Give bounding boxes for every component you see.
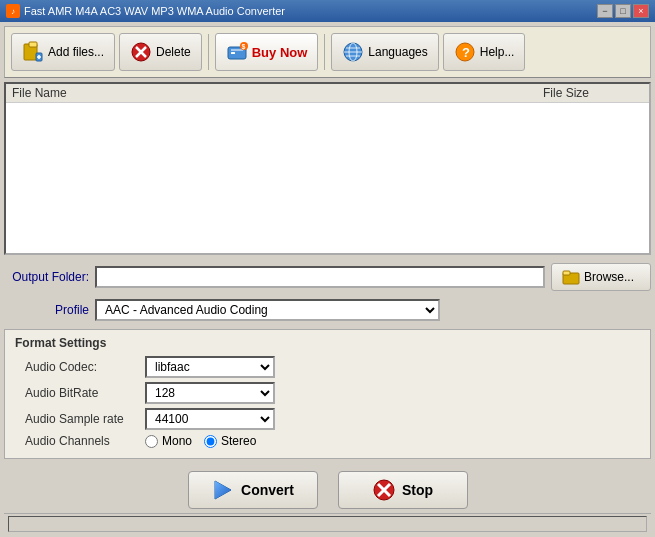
audio-codec-select[interactable]: libfaac aac mp3lame bbox=[145, 356, 275, 378]
format-settings-title: Format Settings bbox=[15, 336, 640, 350]
separator-2 bbox=[324, 34, 325, 70]
browse-button[interactable]: Browse... bbox=[551, 263, 651, 291]
status-panel bbox=[8, 516, 647, 532]
svg-rect-21 bbox=[563, 271, 570, 275]
stereo-option[interactable]: Stereo bbox=[204, 434, 256, 448]
audio-samplerate-row: Audio Sample rate 22050 44100 48000 bbox=[15, 408, 640, 430]
profile-select[interactable]: AAC - Advanced Audio Coding MP3 - MPEG A… bbox=[95, 299, 440, 321]
audio-codec-row: Audio Codec: libfaac aac mp3lame bbox=[15, 356, 640, 378]
buy-now-label: Buy Now bbox=[252, 45, 308, 60]
add-files-icon bbox=[22, 41, 44, 63]
delete-label: Delete bbox=[156, 45, 191, 59]
stop-button[interactable]: Stop bbox=[338, 471, 468, 509]
file-list-body[interactable] bbox=[6, 103, 649, 250]
audio-samplerate-select[interactable]: 22050 44100 48000 bbox=[145, 408, 275, 430]
add-files-button[interactable]: Add files... bbox=[11, 33, 115, 71]
browse-folder-icon bbox=[562, 268, 580, 286]
mono-radio[interactable] bbox=[145, 435, 158, 448]
profile-label: Profile bbox=[4, 303, 89, 317]
mono-label: Mono bbox=[162, 434, 192, 448]
help-icon: ? bbox=[454, 41, 476, 63]
browse-label: Browse... bbox=[584, 270, 634, 284]
audio-bitrate-row: Audio BitRate 64 96 128 192 256 320 bbox=[15, 382, 640, 404]
profile-row: Profile AAC - Advanced Audio Coding MP3 … bbox=[4, 299, 651, 321]
audio-bitrate-select[interactable]: 64 96 128 192 256 320 bbox=[145, 382, 275, 404]
audio-bitrate-label: Audio BitRate bbox=[15, 386, 145, 400]
stereo-label: Stereo bbox=[221, 434, 256, 448]
window-controls[interactable]: − □ × bbox=[597, 4, 649, 18]
svg-text:$: $ bbox=[241, 43, 245, 51]
languages-button[interactable]: Languages bbox=[331, 33, 438, 71]
output-folder-row: Output Folder: Browse... bbox=[4, 263, 651, 291]
format-settings-box: Format Settings Audio Codec: libfaac aac… bbox=[4, 329, 651, 459]
stereo-radio[interactable] bbox=[204, 435, 217, 448]
languages-label: Languages bbox=[368, 45, 427, 59]
maximize-button[interactable]: □ bbox=[615, 4, 631, 18]
stop-label: Stop bbox=[402, 482, 433, 498]
audio-channels-group: Mono Stereo bbox=[145, 434, 256, 448]
window-title: Fast AMR M4A AC3 WAV MP3 WMA Audio Conve… bbox=[24, 5, 285, 17]
output-folder-label: Output Folder: bbox=[4, 270, 89, 284]
languages-icon bbox=[342, 41, 364, 63]
mono-option[interactable]: Mono bbox=[145, 434, 192, 448]
action-buttons-row: Convert Stop bbox=[4, 471, 651, 509]
delete-button[interactable]: Delete bbox=[119, 33, 202, 71]
svg-marker-23 bbox=[215, 481, 231, 499]
add-files-label: Add files... bbox=[48, 45, 104, 59]
output-folder-input[interactable] bbox=[95, 266, 545, 288]
svg-rect-10 bbox=[231, 52, 235, 54]
audio-channels-row: Audio Channels Mono Stereo bbox=[15, 434, 640, 448]
svg-text:?: ? bbox=[462, 45, 470, 60]
help-label: Help... bbox=[480, 45, 515, 59]
stop-icon bbox=[372, 478, 396, 502]
buy-now-button[interactable]: $ Buy Now bbox=[215, 33, 319, 71]
separator-1 bbox=[208, 34, 209, 70]
convert-icon bbox=[211, 478, 235, 502]
delete-icon bbox=[130, 41, 152, 63]
minimize-button[interactable]: − bbox=[597, 4, 613, 18]
convert-button[interactable]: Convert bbox=[188, 471, 318, 509]
audio-channels-label: Audio Channels bbox=[15, 434, 145, 448]
convert-label: Convert bbox=[241, 482, 294, 498]
audio-codec-label: Audio Codec: bbox=[15, 360, 145, 374]
app-icon: ♪ bbox=[6, 4, 20, 18]
close-button[interactable]: × bbox=[633, 4, 649, 18]
buy-icon: $ bbox=[226, 41, 248, 63]
audio-samplerate-label: Audio Sample rate bbox=[15, 412, 145, 426]
toolbar: Add files... Delete $ Buy Now bbox=[4, 26, 651, 78]
column-filesize: File Size bbox=[543, 86, 643, 100]
title-bar: ♪ Fast AMR M4A AC3 WAV MP3 WMA Audio Con… bbox=[0, 0, 655, 22]
main-window: Add files... Delete $ Buy Now bbox=[0, 22, 655, 537]
svg-rect-1 bbox=[29, 42, 37, 47]
help-button[interactable]: ? Help... bbox=[443, 33, 526, 71]
status-bar bbox=[4, 513, 651, 533]
file-list-container: File Name File Size bbox=[4, 82, 651, 255]
column-filename: File Name bbox=[12, 86, 543, 100]
file-list-header: File Name File Size bbox=[6, 84, 649, 103]
